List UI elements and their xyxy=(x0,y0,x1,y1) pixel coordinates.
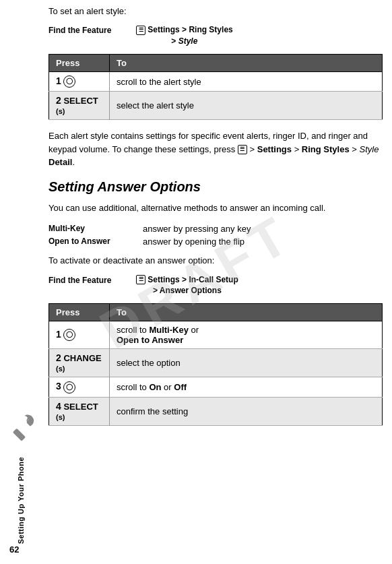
table1-row1-to: scroll to the alert style xyxy=(110,71,383,92)
definition-open-to-answer: Open to Answer answer by opening the fli… xyxy=(48,237,383,247)
desc-multikey: answer by pressing any key xyxy=(143,224,251,234)
section-heading-answer-options: Setting Answer Options xyxy=(48,179,383,195)
nav-circle-icon-3: ◯ xyxy=(63,381,75,394)
table-row: 2 CHANGE (s) select the option xyxy=(49,349,383,377)
path-text-1: Settings > Ring Styles> Style xyxy=(145,25,233,46)
definition-multikey: Multi-Key answer by pressing any key xyxy=(48,224,383,234)
main-content: To set an alert style: Find the Feature … xyxy=(42,0,392,564)
menu-icon-inline: ☰ xyxy=(238,145,247,154)
table1-row2-press: 2 SELECT (s) xyxy=(49,92,110,120)
nav-circle-icon: ◯ xyxy=(63,75,75,88)
table2-header-to: To xyxy=(110,304,383,321)
table1-row2-to: select the alert style xyxy=(110,92,383,120)
find-feature-label-1: Find the Feature xyxy=(48,24,136,35)
table-row: 1 ◯ scroll to the alert style xyxy=(49,71,383,92)
table2-row1-to: scroll to Multi-Key orOpen to Answer xyxy=(110,321,383,349)
intro-text: To set an alert style: xyxy=(48,5,383,18)
wrench-icon xyxy=(4,411,38,445)
find-feature-label-2: Find the Feature xyxy=(48,274,136,285)
path-text-2: Settings > In-Call Setup> Answer Options xyxy=(145,275,238,296)
table2-row4-to: confirm the setting xyxy=(110,397,383,425)
press-table-2: Press To 1 ◯ scroll to Multi-Key orOpen … xyxy=(48,303,383,426)
table1-row1-press: 1 ◯ xyxy=(49,71,110,92)
table2-row3-press: 3 ◯ xyxy=(49,377,110,398)
find-feature-2: Find the Feature ☰ Settings > In-Call Se… xyxy=(48,274,383,297)
table2-row2-press: 2 CHANGE (s) xyxy=(49,349,110,377)
table2-row3-to: scroll to On or Off xyxy=(110,377,383,398)
menu-icon-1: ☰ xyxy=(136,26,145,35)
press-table-1: Press To 1 ◯ scroll to the alert style 2… xyxy=(48,54,383,121)
table-row: 2 SELECT (s) select the alert style xyxy=(49,92,383,120)
body-paragraph-1: Each alert style contains settings for s… xyxy=(48,129,383,169)
table1-header-to: To xyxy=(110,54,383,71)
table-row: 3 ◯ scroll to On or Off xyxy=(49,377,383,398)
table2-row1-press: 1 ◯ xyxy=(49,321,110,349)
svg-rect-0 xyxy=(13,428,26,441)
table1-header-press: Press xyxy=(49,54,110,71)
sidebar-label: Setting Up Your Phone xyxy=(17,457,25,544)
desc-open-to-answer: answer by opening the flip xyxy=(143,237,244,247)
find-feature-path-1: ☰ Settings > Ring Styles> Style xyxy=(136,24,233,47)
term-multikey: Multi-Key xyxy=(48,224,143,233)
table-row: 1 ◯ scroll to Multi-Key orOpen to Answer xyxy=(49,321,383,349)
table2-header-press: Press xyxy=(49,304,110,321)
menu-icon-2: ☰ xyxy=(136,275,145,284)
term-open-to-answer: Open to Answer xyxy=(48,237,143,246)
table2-row2-to: select the option xyxy=(110,349,383,377)
definitions-block: Multi-Key answer by pressing any key Ope… xyxy=(48,224,383,247)
table-row: 4 SELECT (s) confirm the setting xyxy=(49,397,383,425)
section-intro-text: You can use additional, alternative meth… xyxy=(48,201,383,215)
page-number: 62 xyxy=(9,544,19,555)
activate-text: To activate or deactivate an answer opti… xyxy=(48,255,383,267)
nav-circle-icon-2: ◯ xyxy=(63,329,75,341)
sidebar: Setting Up Your Phone xyxy=(0,0,42,564)
find-feature-path-2: ☰ Settings > In-Call Setup> Answer Optio… xyxy=(136,274,238,297)
table2-row4-press: 4 SELECT (s) xyxy=(49,397,110,425)
find-feature-1: Find the Feature ☰ Settings > Ring Style… xyxy=(48,24,383,47)
